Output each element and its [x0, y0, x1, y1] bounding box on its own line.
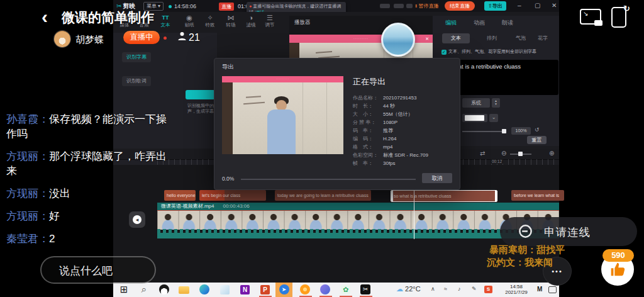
color-caret[interactable]: ⌄: [489, 114, 498, 122]
mirror-icon[interactable]: ⇄: [480, 150, 485, 157]
video-clip-filmstrip[interactable]: [157, 210, 559, 230]
chat-input[interactable]: 说点什么吧: [40, 256, 156, 284]
speaker-icon[interactable]: ♪: [458, 286, 461, 292]
size-slider-knob[interactable]: [502, 129, 506, 133]
end-live-button[interactable]: 结束直播: [445, 1, 475, 11]
start-recognize-button[interactable]: [186, 90, 215, 99]
powerpoint-icon[interactable]: P: [259, 284, 270, 295]
tab-filter[interactable]: ◑滤镜: [242, 14, 260, 28]
orange-app-icon[interactable]: [299, 284, 311, 295]
subtitle-clip[interactable]: before we learn what is: [511, 190, 564, 201]
window-maximize-button[interactable]: ▢: [535, 2, 540, 9]
floating-ball[interactable]: [381, 23, 415, 57]
apply-all-checkbox-row[interactable]: ✓文本、排列、气泡、花字应用到全部识别字幕: [441, 48, 536, 55]
thumbs-up-icon: [608, 260, 627, 279]
tab-sticker[interactable]: ◉贴纸: [180, 14, 199, 28]
taskbar-clock[interactable]: 14:582021/7/29: [500, 284, 533, 295]
color-select[interactable]: [462, 114, 487, 122]
window-close-button[interactable]: ✕: [552, 2, 557, 9]
subtitle-clip-selected[interactable]: so what is a retributive cluass: [391, 190, 497, 202]
action-center-icon[interactable]: [548, 286, 557, 293]
clip-handle-right[interactable]: [495, 191, 497, 201]
audio-waveform-body: [157, 233, 559, 238]
tab-transition[interactable]: ⋈转场: [221, 14, 240, 28]
detail-row: 帧 率：30fps: [353, 159, 457, 167]
subtab-text[interactable]: 文本: [442, 33, 470, 43]
chevron-down-icon: ▾: [158, 3, 160, 9]
recognize-lyrics-button[interactable]: 识别歌词: [122, 76, 151, 86]
size-slider[interactable]: [462, 131, 506, 132]
streamer-name: 胡梦蝶: [75, 34, 104, 46]
toolbar-item[interactable]: [380, 4, 390, 8]
notes-app-icon[interactable]: ✿: [340, 284, 351, 295]
reset-button[interactable]: 重置: [527, 136, 547, 144]
tab-effects[interactable]: ✧特效: [201, 14, 219, 28]
font-select[interactable]: 系统: [462, 98, 490, 108]
transition-icon: ⋈: [221, 14, 240, 22]
close-icon[interactable]: ✕: [425, 35, 430, 43]
qq-icon[interactable]: [158, 284, 170, 295]
streamer-avatar[interactable]: [54, 31, 70, 47]
pen-icon[interactable]: ✎: [472, 286, 477, 292]
subtab-fancy[interactable]: 花字: [533, 33, 552, 43]
search-icon[interactable]: ⌕: [138, 284, 150, 295]
tab-reading[interactable]: 朗读: [502, 19, 513, 27]
subtab-arrange[interactable]: 排列: [482, 33, 501, 43]
zoom-out-icon[interactable]: ⊖: [501, 150, 506, 157]
subtab-bubble[interactable]: 气泡: [511, 33, 530, 43]
toolbar-item[interactable]: [394, 4, 404, 8]
chat-username: 秦莹君: [6, 233, 38, 245]
screen-share-app-active[interactable]: ➤: [275, 283, 292, 297]
jianying-taskbar-icon[interactable]: ✂: [360, 284, 371, 295]
undo-icon[interactable]: ↺: [535, 126, 540, 133]
tab-edit[interactable]: 编辑: [445, 19, 457, 27]
arrow-left-icon: ◂: [133, 215, 142, 224]
tab-adjust[interactable]: ☰调节: [260, 14, 279, 28]
onenote-icon[interactable]: N: [239, 284, 250, 295]
door-edge: [222, 82, 233, 154]
checkbox-checked-icon[interactable]: ✓: [441, 50, 447, 55]
edge-browser-icon[interactable]: [199, 284, 210, 295]
whiteboard-writing: [316, 51, 332, 53]
subtitle-clip[interactable]: let's begin our class: [199, 190, 266, 201]
back-button[interactable]: ‹: [42, 6, 48, 28]
meeting-app-icon[interactable]: [319, 284, 331, 295]
weather-tray-item[interactable]: ☁ 22°C: [396, 285, 421, 293]
file-explorer-icon[interactable]: [179, 284, 190, 295]
zoom-in-icon[interactable]: ⊕: [549, 150, 554, 157]
recognize-subtitles-button[interactable]: 识别字幕: [122, 52, 151, 62]
network-icon[interactable]: ≈: [444, 286, 447, 292]
tab-text[interactable]: TT文本: [156, 14, 175, 28]
docs-app-icon[interactable]: [219, 284, 230, 295]
red-dot-icon: [164, 36, 167, 40]
rotate-screen-icon[interactable]: ↻: [611, 7, 626, 28]
ime-indicator[interactable]: M: [537, 286, 542, 293]
font-stepper[interactable]: ▲▼: [492, 98, 500, 108]
sogou-input-icon[interactable]: S: [484, 286, 492, 293]
pause-live-button[interactable]: ‖ 暂停直播: [415, 3, 439, 9]
ruler-time-label: 00:12: [491, 159, 503, 164]
apply-connect-button[interactable]: 申请连线: [500, 217, 637, 246]
cloud-icon: ☁: [396, 285, 403, 293]
video-clip-header[interactable]: 微课英语-视频素材.mp400:00:43:06: [157, 203, 559, 210]
like-count-badge: 590: [602, 249, 634, 262]
chat-username: 方现丽: [6, 210, 38, 222]
adjust-icon: ☰: [260, 14, 279, 22]
toolbar-item[interactable]: [406, 4, 413, 8]
clip-handle-left[interactable]: [391, 191, 393, 201]
pip-mode-icon[interactable]: ↘: [580, 9, 601, 25]
window-minimize-button[interactable]: –: [518, 2, 521, 9]
playhead-line[interactable]: [414, 186, 414, 239]
start-button-icon[interactable]: ⊞: [118, 284, 130, 295]
export-video-frame: [222, 82, 343, 154]
timeline-zoom-knob[interactable]: [518, 152, 523, 156]
tray-chevron-icon[interactable]: ∧: [431, 286, 435, 292]
cancel-button[interactable]: 取消: [422, 173, 452, 183]
subtitle-clip[interactable]: today we are going to learn a retributiv…: [275, 190, 371, 201]
export-button[interactable]: ⇧导出: [484, 1, 506, 11]
dialog-title: 导出: [222, 63, 234, 71]
chat-message-list[interactable]: 孙喜霞：保存视频？能演示一下操作吗 方现丽：那个浮球隐藏了，咋弄出来 方现丽：没…: [6, 112, 174, 254]
tab-animation[interactable]: 动画: [474, 19, 485, 27]
text-icon: TT: [156, 14, 175, 22]
chat-collapse-button[interactable]: ◂: [129, 211, 145, 228]
